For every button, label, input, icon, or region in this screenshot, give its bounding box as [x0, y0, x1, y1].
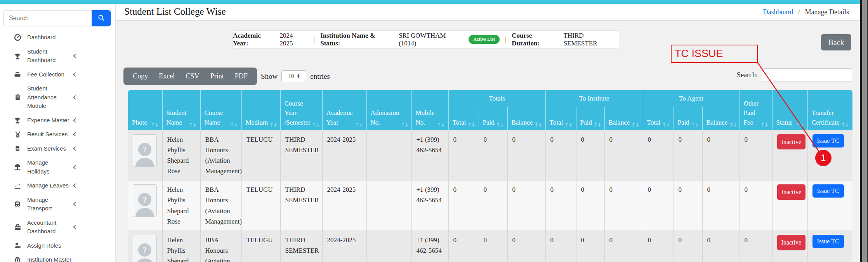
csv-export-button[interactable]: CSV — [184, 72, 201, 80]
sidebar-item-result-services[interactable]: Result Services — [0, 127, 116, 142]
content-header: Student List College Wise Dashboard / Ma… — [116, 4, 860, 21]
export-button-group: CopyExcelCSVPrintPDF — [123, 68, 257, 85]
col-header-mobile-no[interactable]: Mobile No. ↑↓ — [411, 90, 448, 130]
sort-icon[interactable]: ↑↓ — [729, 121, 736, 128]
sort-icon[interactable]: ↑↓ — [691, 121, 698, 128]
sort-icon[interactable]: ↑↓ — [230, 121, 237, 128]
col-header-institute-total[interactable]: Total ↑↓ — [545, 107, 576, 130]
sort-icon[interactable]: ↑↓ — [467, 121, 475, 128]
sidebar-item-fee-collection[interactable]: Fee Collection — [0, 68, 116, 82]
sidebar-item-student-dashboard[interactable]: Student Dashboard — [0, 45, 116, 68]
group-header-totals: Totals — [448, 90, 545, 107]
sidebar-search-button[interactable] — [92, 10, 111, 26]
col-header-agent-balance[interactable]: Balance ↑↓ — [702, 107, 740, 130]
col-header-totals-total[interactable]: Total ↑↓ — [448, 107, 479, 130]
issue-tc-button[interactable]: Issue TC — [812, 235, 844, 248]
sidebar-item-expense-master[interactable]: Expense Master — [0, 113, 116, 128]
page-size-select[interactable]: 10 ▲▼ — [281, 70, 306, 82]
sidebar-item-manage-leaves[interactable]: Manage Leaves — [0, 179, 116, 193]
scrollbar-thumb[interactable] — [862, 0, 867, 262]
col-header-admission-no[interactable]: Admission No. ↑↓ — [366, 90, 411, 130]
cell-totals-balance: 0 — [507, 130, 545, 180]
page-title: Student List College Wise — [124, 6, 226, 17]
sort-icon[interactable]: ↑↓ — [437, 121, 444, 128]
sort-icon[interactable]: ↑↓ — [662, 121, 669, 128]
sort-icon[interactable]: ↑↓ — [312, 121, 319, 128]
pdf-export-button[interactable]: PDF — [233, 72, 249, 80]
col-label: Academic Year — [326, 108, 354, 127]
sort-icon[interactable]: ↑↓ — [355, 121, 362, 128]
cell-status: Inactive — [772, 231, 807, 262]
excel-export-button[interactable]: Excel — [157, 72, 176, 80]
col-header-student-name[interactable]: Student Name ↑↓ — [162, 90, 200, 130]
sidebar-item-manage-holidays[interactable]: Manage Holidays — [0, 156, 116, 179]
cell-photo: ? — [128, 231, 162, 262]
info-bar: Academic Year: 2024-2025 | Institution N… — [233, 30, 619, 49]
sort-icon[interactable]: ↑↓ — [401, 121, 408, 128]
table-body: ?Helen Phyllis Shepard RoseBBA Honours (… — [128, 130, 852, 262]
breadcrumb-dashboard-link[interactable]: Dashboard — [763, 8, 793, 16]
cell-academic-year: 2024-2025 — [322, 231, 366, 262]
sidebar-item-student-attendance-module[interactable]: Student Attendance Module — [0, 82, 116, 113]
col-header-totals-paid[interactable]: Paid ↑↓ — [479, 107, 507, 130]
avatar-placeholder: ? — [133, 134, 157, 167]
copy-export-button[interactable]: Copy — [131, 72, 149, 80]
cash-register-icon — [13, 71, 22, 78]
sort-icon[interactable]: ↑↓ — [841, 121, 849, 128]
avatar-shoulders — [135, 208, 154, 217]
sort-icon[interactable]: ↑↓ — [760, 121, 768, 128]
col-header-course-name[interactable]: Course Name ↑↓ — [200, 90, 241, 130]
sort-icon[interactable]: ↑↓ — [631, 121, 639, 128]
print-export-button[interactable]: Print — [209, 72, 226, 80]
col-label: Photo — [132, 118, 148, 128]
col-header-transfer-certificate[interactable]: Transfer Certificate ↑↓ — [807, 90, 852, 130]
sidebar-search-input[interactable] — [3, 10, 92, 26]
table-search-input[interactable] — [762, 68, 852, 82]
sort-icon[interactable]: ↑↓ — [564, 121, 572, 128]
inactive-status-badge[interactable]: Inactive — [777, 184, 806, 200]
col-header-photo[interactable]: Photo ↑↓ — [128, 90, 162, 130]
cell-medium: TELUGU — [241, 180, 280, 231]
issue-tc-button[interactable]: Issue TC — [812, 184, 844, 198]
sidebar-item-institution-master[interactable]: Institution Master — [0, 253, 116, 262]
col-header-academic-year[interactable]: Academic Year ↑↓ — [322, 90, 366, 130]
sidebar-item-assign-roles[interactable]: Assign Roles — [0, 239, 116, 253]
top-accent-bar — [0, 0, 860, 4]
sort-icon[interactable]: ↑↓ — [594, 121, 601, 128]
col-header-other-paid-fee[interactable]: Other Paid Fee ↑↓ — [740, 90, 772, 130]
sidebar-item-manage-transport[interactable]: Manage Transport — [0, 193, 116, 216]
col-header-agent-total[interactable]: Total ↑↓ — [643, 107, 674, 130]
sort-icon[interactable]: ↑↓ — [796, 121, 803, 128]
col-label: Total — [550, 118, 563, 128]
sort-icon[interactable]: ↑↓ — [496, 121, 503, 128]
sort-icon[interactable]: ↑↓ — [151, 121, 158, 128]
graduate-icon — [13, 52, 22, 60]
sidebar-item-exam-services[interactable]: Exam Services — [0, 142, 116, 156]
cell-other-paid-fee: 0 — [740, 231, 772, 262]
col-header-course-year[interactable]: Course Year /Semester ↑↓ — [280, 90, 322, 130]
sidebar-item-dashboard[interactable]: Dashboard — [0, 30, 116, 45]
col-label: Balance — [609, 118, 630, 128]
cell-other-paid-fee: 0 — [740, 130, 772, 180]
graduate-icon — [13, 116, 22, 124]
col-header-institute-balance[interactable]: Balance ↑↓ — [604, 107, 643, 130]
col-header-agent-paid[interactable]: Paid ↑↓ — [674, 107, 702, 130]
back-button[interactable]: Back — [821, 34, 851, 50]
page-scrollbar[interactable] — [860, 0, 868, 262]
inactive-status-badge[interactable]: Inactive — [777, 134, 806, 150]
col-header-status[interactable]: Status ↑↓ — [772, 90, 807, 130]
col-header-totals-balance[interactable]: Balance ↑↓ — [507, 107, 545, 130]
cell-agent-balance: 0 — [702, 180, 740, 231]
sort-icon[interactable]: ↑↓ — [189, 121, 196, 128]
sidebar-item-accountant-dashboard[interactable]: Accountant Dashboard — [0, 216, 116, 239]
issue-tc-button[interactable]: Issue TC — [812, 134, 844, 147]
avatar-shoulders — [135, 259, 154, 262]
cell-course-name: BBA Honours (Aviation Management) — [200, 130, 241, 180]
col-label: Mobile No. — [416, 108, 436, 127]
cell-status: Inactive — [772, 180, 807, 231]
col-header-institute-paid[interactable]: Paid ↑↓ — [576, 107, 604, 130]
inactive-status-badge[interactable]: Inactive — [777, 235, 806, 250]
sort-icon[interactable]: ↑↓ — [269, 121, 277, 128]
sort-icon[interactable]: ↑↓ — [534, 121, 542, 128]
col-header-medium[interactable]: Medium ↑↓ — [241, 90, 280, 130]
